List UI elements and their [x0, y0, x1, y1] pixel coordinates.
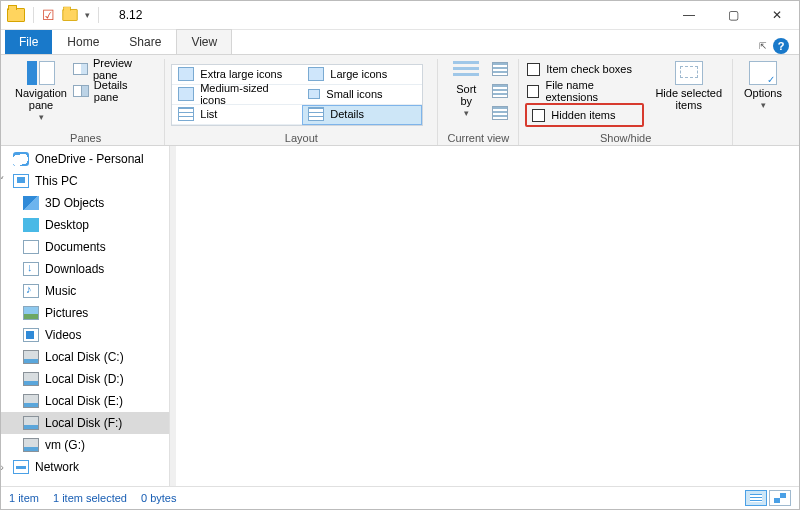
hidden-items-highlight: Hidden items [525, 103, 643, 127]
tree-node-label: OneDrive - Personal [35, 152, 144, 166]
tree-node-label: Local Disk (E:) [45, 394, 123, 408]
pic-icon [23, 306, 39, 320]
group-label-panes: Panes [13, 130, 158, 145]
group-label-options [739, 130, 787, 145]
tree-node-3d-objects[interactable]: 3D Objects [1, 192, 169, 214]
tree-node-label: Videos [45, 328, 81, 342]
qat-properties-icon[interactable]: ☑ [42, 8, 55, 22]
tree-node-label: This PC [35, 174, 78, 188]
quick-access-toolbar: ☑ ▾ [42, 8, 90, 22]
preview-pane-button[interactable]: Preview pane [69, 59, 158, 79]
tab-share[interactable]: Share [114, 29, 176, 54]
size-columns-button[interactable] [488, 103, 512, 123]
tree-node-label: vm (G:) [45, 438, 85, 452]
tree-node-label: Local Disk (D:) [45, 372, 124, 386]
obj3d-icon [23, 196, 39, 210]
checkbox-icon [527, 63, 540, 76]
chevron-down-icon: ▾ [39, 113, 44, 123]
statusbar-large-icons-view-button[interactable] [769, 490, 791, 506]
minimize-button[interactable]: — [667, 1, 711, 29]
vid-icon [23, 328, 39, 342]
close-button[interactable]: ✕ [755, 1, 799, 29]
options-icon [749, 61, 777, 85]
status-bar: 1 item 1 item selected 0 bytes [1, 486, 799, 509]
qat-newfolder-icon[interactable] [62, 9, 77, 21]
down-icon [23, 262, 39, 276]
item-check-boxes-toggle[interactable]: Item check boxes [525, 59, 643, 79]
group-by-button[interactable] [488, 59, 512, 79]
tree-node-label: Downloads [45, 262, 104, 276]
options-button[interactable]: Options ▾ [739, 59, 787, 111]
expand-icon[interactable]: ˅ [1, 175, 7, 188]
group-show-hide: Item check boxes File name extensions Hi… [519, 59, 733, 145]
title-bar: ☑ ▾ 8.12 — ▢ ✕ [1, 1, 799, 30]
file-name-extensions-toggle[interactable]: File name extensions [525, 81, 643, 101]
maximize-button[interactable]: ▢ [711, 1, 755, 29]
tree-node-this-pc[interactable]: ˅This PC [1, 170, 169, 192]
help-icon[interactable]: ? [773, 38, 789, 54]
group-options: Options ▾ [733, 59, 793, 145]
ribbon: Navigation pane ▾ Preview pane Details p… [1, 54, 799, 146]
tree-node-local-disk-e-[interactable]: Local Disk (E:) [1, 390, 169, 412]
disk-icon [23, 438, 39, 452]
preview-pane-icon [73, 63, 88, 75]
content-pane[interactable] [176, 146, 799, 486]
group-current-view: Sort by ▾ Current view [438, 59, 519, 145]
hide-selected-items-button[interactable]: Hide selected items [652, 59, 726, 111]
status-bytes: 0 bytes [141, 492, 176, 504]
layout-large-icons[interactable]: Large icons [302, 65, 422, 85]
layout-details[interactable]: Details [302, 105, 422, 125]
expand-icon[interactable]: › [1, 461, 7, 473]
tree-node-desktop[interactable]: Desktop [1, 214, 169, 236]
group-label-current-view: Current view [444, 130, 512, 145]
tree-node-vm-g-[interactable]: vm (G:) [1, 434, 169, 456]
tree-node-label: Local Disk (C:) [45, 350, 124, 364]
net-icon [13, 460, 29, 474]
disk-icon [23, 372, 39, 386]
statusbar-details-view-button[interactable] [745, 490, 767, 506]
details-pane-button[interactable]: Details pane [69, 81, 158, 101]
minimize-ribbon-icon[interactable]: ⇱ [759, 41, 767, 51]
music-icon [23, 284, 39, 298]
tree-node-local-disk-c-[interactable]: Local Disk (C:) [1, 346, 169, 368]
tree-node-documents[interactable]: Documents [1, 236, 169, 258]
tree-node-pictures[interactable]: Pictures [1, 302, 169, 324]
cloud-icon [13, 152, 29, 166]
tab-view[interactable]: View [176, 29, 232, 54]
tab-home[interactable]: Home [52, 29, 114, 54]
group-layout: Extra large icons Large icons Medium-siz… [165, 59, 438, 145]
tree-node-music[interactable]: Music [1, 280, 169, 302]
hidden-items-toggle[interactable]: Hidden items [530, 105, 617, 125]
tree-node-videos[interactable]: Videos [1, 324, 169, 346]
add-columns-button[interactable] [488, 81, 512, 101]
group-panes: Navigation pane ▾ Preview pane Details p… [7, 59, 165, 145]
tree-node-onedrive-personal[interactable]: OneDrive - Personal [1, 148, 169, 170]
app-icon [7, 8, 25, 22]
tree-node-local-disk-f-[interactable]: Local Disk (F:) [1, 412, 169, 434]
layout-gallery[interactable]: Extra large icons Large icons Medium-siz… [171, 64, 423, 126]
layout-list[interactable]: List [172, 105, 302, 125]
sort-by-button[interactable]: Sort by ▾ [444, 59, 488, 119]
status-items: 1 item [9, 492, 39, 504]
tree-node-downloads[interactable]: Downloads [1, 258, 169, 280]
tab-file[interactable]: File [5, 30, 52, 54]
tree-node-label: Local Disk (F:) [45, 416, 122, 430]
navigation-pane-button[interactable]: Navigation pane ▾ [13, 59, 69, 123]
disk-icon [23, 416, 39, 430]
group-label-show-hide: Show/hide [525, 130, 726, 145]
details-pane-icon [73, 85, 89, 97]
checkbox-icon [532, 109, 545, 122]
layout-small-icons[interactable]: Small icons [302, 85, 422, 105]
navigation-tree[interactable]: OneDrive - Personal˅This PC3D ObjectsDes… [1, 146, 170, 486]
layout-medium-icons[interactable]: Medium-sized icons [172, 85, 302, 105]
tree-node-label: Network [35, 460, 79, 474]
qat-dropdown-icon[interactable]: ▾ [85, 10, 90, 20]
tree-node-local-disk-d-[interactable]: Local Disk (D:) [1, 368, 169, 390]
tree-node-network[interactable]: ›Network [1, 456, 169, 478]
disk-icon [23, 350, 39, 364]
group-label-layout: Layout [171, 130, 431, 145]
navigation-pane-icon [27, 61, 55, 85]
ribbon-tabs: File Home Share View ⇱ ? [1, 30, 799, 54]
status-selected: 1 item selected [53, 492, 127, 504]
tree-node-label: Pictures [45, 306, 88, 320]
